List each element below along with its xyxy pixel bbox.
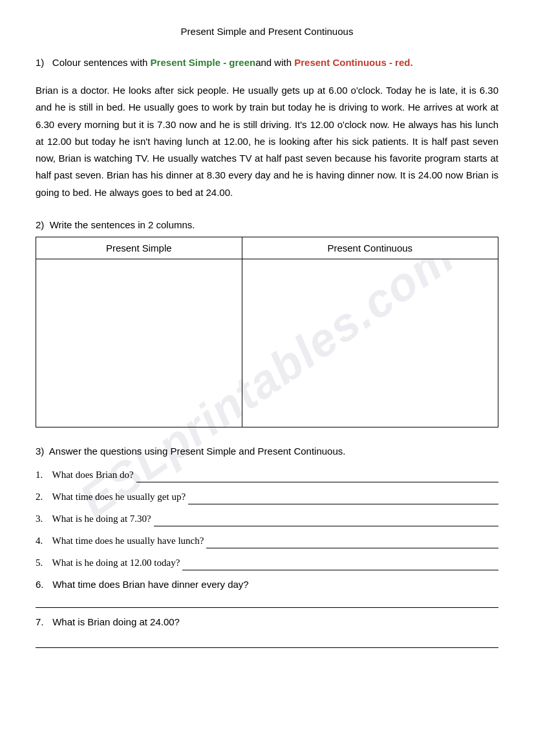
q2-text: What time does he usually get up? [50, 489, 186, 504]
q1-num: 1. [36, 467, 50, 482]
q7-answer-line [36, 635, 498, 648]
instruction-middle: and with [255, 57, 294, 68]
q1-answer-line [136, 470, 498, 482]
q2-num: 2. [36, 489, 50, 504]
section-2: 2) Write the sentences in 2 columns. Pre… [36, 219, 498, 427]
two-column-table: Present Simple Present Continuous [36, 237, 498, 427]
questions-list: 1. What does Brian do? 2. What time does… [36, 467, 498, 648]
section-1: 1) Colour sentences with Present Simple … [36, 55, 498, 201]
q4-text: What time does he usually have lunch? [50, 533, 204, 548]
question-2: 2. What time does he usually get up? [36, 489, 498, 504]
color-instruction: 1) Colour sentences with Present Simple … [36, 55, 498, 70]
q6-answer-line [36, 595, 498, 608]
q1-text: What does Brian do? [50, 467, 134, 482]
col1-content [36, 259, 242, 427]
present-simple-label: Present Simple - green [151, 57, 256, 68]
question-6: 6. What time does Brian have dinner ever… [36, 577, 498, 608]
q2-answer-line [188, 491, 498, 504]
q7-num: 7. [36, 614, 50, 630]
q3-text: What is he doing at 7.30? [50, 511, 151, 526]
question-4: 4. What time does he usually have lunch? [36, 533, 498, 548]
q5-text: What is he doing at 12.00 today? [50, 555, 180, 570]
q4-answer-line [206, 535, 498, 548]
col1-header: Present Simple [36, 237, 242, 259]
q3-answer-line [154, 513, 498, 526]
q4-num: 4. [36, 533, 50, 548]
page-title: Present Simple and Present Continuous [36, 26, 498, 37]
q5-answer-line [182, 557, 498, 570]
q3-num: 3. [36, 511, 50, 526]
question-1: 1. What does Brian do? [36, 467, 498, 482]
q5-num: 5. [36, 555, 50, 570]
section2-instruction: 2) Write the sentences in 2 columns. [36, 219, 498, 230]
instruction-start: Colour sentences with [52, 57, 151, 68]
section3-instruction: 3) Answer the questions using Present Si… [36, 446, 498, 457]
present-continuous-label: Present Continuous - red. [294, 57, 412, 68]
q6-num: 6. [36, 577, 50, 592]
passage-text: Brian is a doctor. He looks after sick p… [36, 82, 498, 201]
col2-header: Present Continuous [242, 237, 498, 259]
section-3: 3) Answer the questions using Present Si… [36, 446, 498, 648]
question-7: 7. What is Brian doing at 24.00? [36, 614, 498, 648]
col2-content [242, 259, 498, 427]
q7-text: What is Brian doing at 24.00? [50, 614, 180, 630]
section1-number: 1) [36, 57, 44, 68]
question-3: 3. What is he doing at 7.30? [36, 511, 498, 526]
question-5: 5. What is he doing at 12.00 today? [36, 555, 498, 570]
q6-text: What time does Brian have dinner every d… [50, 577, 249, 592]
